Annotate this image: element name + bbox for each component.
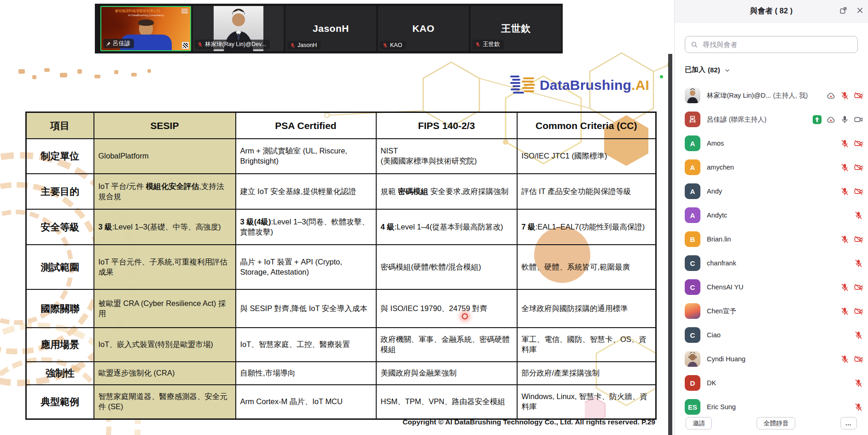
participant-status-icons [812,115,863,124]
slide-copyright: Copyright © AI DataBrushing Technology C… [25,418,655,426]
cloud-recording-icon [826,91,836,100]
invite-button[interactable]: 邀請 [686,417,712,429]
laser-pointer-dot [462,313,468,319]
close-icon[interactable] [856,6,864,15]
table-cell: 軍工、電信、國防、智慧卡、OS、資料庫 [517,328,656,362]
table-row: 安全等級3 級:Level 1–3(基礎、中等、高強度)3 級(4級):Leve… [26,209,656,245]
video-art-head [139,21,153,36]
mute-all-button[interactable]: 全體靜音 [757,417,795,429]
video-tile[interactable]: 王世欽王世欽 [471,6,561,51]
table-cell: 被歐盟 CRA (Cyber Resilience Act) 採用 [94,289,236,328]
participants-panel-header: 與會者 ( 82 ) [675,0,868,23]
databrushing-logo-text: DataBrushing.AI [540,77,649,93]
tile-name-label: KAO [380,41,406,49]
participant-row[interactable]: Chen宣予 [675,299,868,323]
table-cell: 自願性,市場導向 [236,362,376,385]
databrushing-logo: DataBrushing.AI [510,75,649,96]
pop-out-icon[interactable] [839,6,848,15]
participant-row[interactable]: 林家瑋(Ray Lin)@D... (主持人, 我) [675,83,868,107]
table-cell: 3 級(4級):Level 1–3(問卷、軟體攻擊、實體攻擊) [236,209,376,245]
vertical-scrollbar[interactable] [668,54,672,435]
table-cell: Windows, Linux, 智慧卡、防火牆、資料庫 [517,385,656,419]
table-cell: IoT 平台/元件 模組化安全評估,支持法規合規 [94,174,236,209]
participant-row[interactable]: AAndy [675,179,868,203]
participant-row[interactable]: Cyndi Huang [675,347,868,371]
participant-row[interactable]: Cchanfrank [675,251,868,275]
participant-row[interactable]: 呂呂佳諺 (聯席主持人) [675,107,868,131]
camera-off-icon [854,139,863,148]
mic-muted-icon [854,259,863,268]
mic-muted-icon [840,139,850,148]
mic-muted-icon [840,235,850,244]
certification-comparison-table: 項目SESIPPSA CertifiedFIPS 140-2/3Common C… [25,112,657,420]
participant-status-icons [826,91,863,100]
video-tile[interactable]: 林家瑋(Ray Lin)@Dev... [193,6,284,51]
avatar: A [685,183,700,199]
participant-name: Amos [707,140,837,147]
qr-code [182,42,189,49]
participant-name: Chen宣予 [707,307,837,316]
camera-off-icon [854,91,863,100]
table-cell: 7 級:EAL1–EAL7(功能性到最高保證) [517,209,656,245]
participant-row[interactable]: DDK [675,371,868,395]
table-cell: 規範 密碼模組 安全要求,政府採購強制 [376,174,517,209]
search-icon [690,41,699,49]
tile-name-label: 呂佳諺 [103,39,134,48]
camera-off-icon [854,282,863,292]
participant-row[interactable]: BBrian.lin [675,227,868,251]
more-options-button[interactable]: … [840,417,857,429]
avatar: C [685,327,700,343]
participant-status-icons [854,330,863,340]
table-cell: IoT、嵌入式裝置(特別是歐盟市場) [94,328,236,362]
row-header: 應用場景 [26,328,94,362]
table-cell: 密碼模組(硬體/軟體/混合模組) [376,245,517,289]
participant-status-icons [840,187,863,196]
tile-name-text: KAO [390,42,402,48]
participant-row[interactable]: AAndytc [675,203,868,227]
search-participants-input[interactable] [702,40,852,49]
mic-muted-icon [854,378,863,388]
table-cell: 4 級:Level 1–4(從基本到最高防篡改) [376,209,517,245]
avatar: A [685,135,700,151]
table-cell: 3 級:Level 1–3(基礎、中等、高強度) [94,209,236,245]
participant-name: Eric Sung [707,403,851,411]
row-header: 測試範圍 [26,245,94,289]
mic-icon [840,115,850,124]
cloud-recording-icon [826,115,836,124]
row-header: 主要目的 [26,174,94,209]
table-cell: 美國政府與金融業強制 [376,362,517,385]
video-tile[interactable]: JasonHJasonH [285,6,376,51]
joined-label: 已加入 [685,65,705,74]
table-cell: IoT 平台元件、子系統,可重複利用評估成果 [94,245,236,289]
search-participants-box[interactable] [685,36,858,53]
avatar: A [685,207,700,223]
table-cell: GlobalPlatform [94,139,236,174]
video-art-minibars [181,9,188,14]
avatar: 呂 [685,112,700,127]
table-cell: 全球政府與國防採購的通用標準 [517,289,656,328]
participant-row[interactable]: Aamychen [675,155,868,179]
participant-row[interactable]: AAmos [675,131,868,155]
table-row: 強制性歐盟逐步強制化 (CRA)自願性,市場導向美國政府與金融業強制部分政府/產… [26,362,656,385]
avatar [685,351,700,367]
participant-status-icons [840,163,863,172]
chevron-down-icon[interactable] [724,67,731,74]
participant-name: chanfrank [707,259,851,267]
table-cell: Arm + 測試實驗室 (UL, Riscure, Brightsight) [236,139,376,174]
participant-row[interactable]: ESEric Sung [675,395,868,419]
camera-off-icon [854,306,863,316]
video-tile[interactable]: KAOKAO [378,6,469,51]
table-cell: NIST(美國國家標準與技術研究院) [376,139,517,174]
table-cell: 晶片 + IoT 裝置 + API (Crypto, Storage, Atte… [236,245,376,289]
video-tile[interactable]: 解智能資料梳理股份有限公司AI DataBrushing Consultancy… [100,6,191,51]
mic-muted-icon [840,163,850,172]
participant-row[interactable]: CCiao [675,323,868,347]
row-header: 安全等級 [26,209,94,245]
camera-off-icon [854,235,863,244]
participant-row[interactable]: CChensAI YU [675,275,868,299]
databrushing-logo-icon [510,75,535,96]
participant-role: (主持人, 我) [771,92,808,99]
participant-name: 林家瑋(Ray Lin)@D... (主持人, 我) [707,91,823,100]
table-cell: 軟體、硬體、系統皆可,範圍最廣 [517,245,656,289]
avatar [685,303,700,319]
